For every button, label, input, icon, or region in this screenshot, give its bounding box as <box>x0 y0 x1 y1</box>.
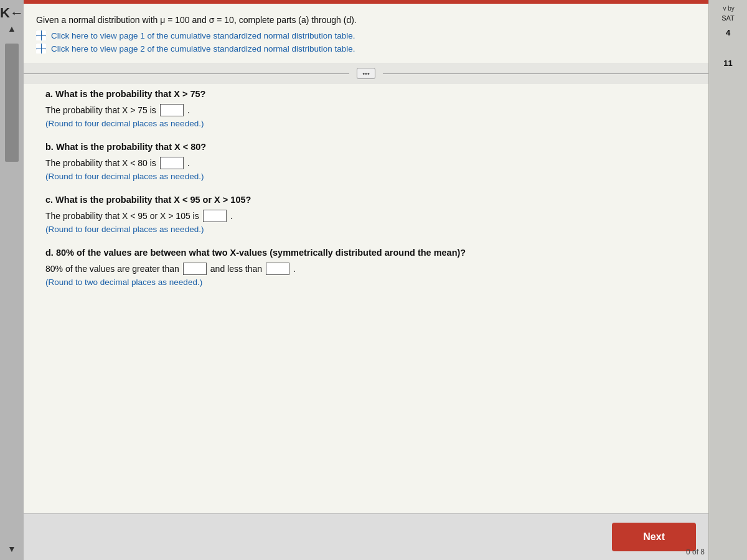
part-d-title: d. 80% of the values are between what tw… <box>45 248 687 258</box>
part-c-note: (Round to four decimal places as needed.… <box>45 225 687 234</box>
part-d-text: 80% of the values are greater than and l… <box>45 263 687 275</box>
grid-icon-2 <box>36 44 46 54</box>
part-a: a. What is the probability that X > 75? … <box>45 89 687 128</box>
left-navigation: K← ▲ ▼ <box>0 0 24 560</box>
table-link-2[interactable]: Click here to view page 2 of the cumulat… <box>36 44 696 54</box>
part-b: b. What is the probability that X < 80? … <box>45 142 687 181</box>
up-arrow-icon[interactable]: ▲ <box>7 24 16 34</box>
right-number-11: 11 <box>723 58 732 68</box>
right-label-sat: SAT <box>721 14 735 22</box>
separator: ••• <box>24 68 708 79</box>
grid-icon-1 <box>36 30 46 40</box>
part-b-note: (Round to four decimal places as needed.… <box>45 172 687 181</box>
down-arrow-icon[interactable]: ▼ <box>7 544 16 554</box>
part-c-input[interactable] <box>203 210 227 222</box>
k-arrow-symbol[interactable]: K← <box>0 5 24 21</box>
part-c-text: The probability that X < 95 or X > 105 i… <box>45 210 687 222</box>
right-label-by: v by <box>723 5 734 12</box>
part-a-note: (Round to four decimal places as needed.… <box>45 119 687 128</box>
part-d: d. 80% of the values are between what tw… <box>45 248 687 287</box>
part-d-text3: . <box>293 264 296 274</box>
part-b-input[interactable] <box>160 157 184 169</box>
part-c: c. What is the probability that X < 95 o… <box>45 195 687 234</box>
right-panel-top: v by SAT 4 11 <box>719 0 737 73</box>
part-d-input1[interactable] <box>183 263 207 275</box>
part-a-text1: The probability that X > 75 is <box>45 105 156 115</box>
footer-section: Next <box>24 513 708 560</box>
header-section: Given a normal distribution with μ = 100… <box>24 4 708 63</box>
part-b-text2: . <box>187 158 190 168</box>
part-d-text1: 80% of the values are greater than <box>45 264 179 274</box>
part-b-text1: The probability that X < 80 is <box>45 158 156 168</box>
part-a-input[interactable] <box>160 104 184 116</box>
part-d-text2: and less than <box>210 264 262 274</box>
part-c-title: c. What is the probability that X < 95 o… <box>45 195 687 205</box>
part-d-input2[interactable] <box>266 263 289 275</box>
sep-line-left <box>24 73 349 74</box>
part-d-note: (Round to two decimal places as needed.) <box>45 278 687 287</box>
part-a-title: a. What is the probability that X > 75? <box>45 89 687 99</box>
next-button[interactable]: Next <box>612 523 696 551</box>
part-b-text: The probability that X < 80 is . <box>45 157 687 169</box>
main-panel: Given a normal distribution with μ = 100… <box>24 0 708 560</box>
sep-line-right <box>383 73 708 74</box>
part-c-text1: The probability that X < 95 or X > 105 i… <box>45 211 199 221</box>
scroll-indicator <box>5 44 19 162</box>
right-number-4: 4 <box>726 28 730 37</box>
page-count: 0 of 8 <box>686 548 705 556</box>
main-question-text: Given a normal distribution with μ = 100… <box>36 14 696 27</box>
part-a-text2: . <box>187 105 190 115</box>
part-b-title: b. What is the probability that X < 80? <box>45 142 687 152</box>
part-c-text2: . <box>230 211 233 221</box>
table-link-1[interactable]: Click here to view page 1 of the cumulat… <box>36 30 696 40</box>
part-a-text: The probability that X > 75 is . <box>45 104 687 116</box>
table-link-2-text: Click here to view page 2 of the cumulat… <box>51 44 355 54</box>
content-section: a. What is the probability that X > 75? … <box>24 84 708 513</box>
right-sidebar: v by SAT 4 11 <box>708 0 747 560</box>
sep-dots[interactable]: ••• <box>357 68 375 79</box>
table-link-1-text: Click here to view page 1 of the cumulat… <box>51 31 355 40</box>
